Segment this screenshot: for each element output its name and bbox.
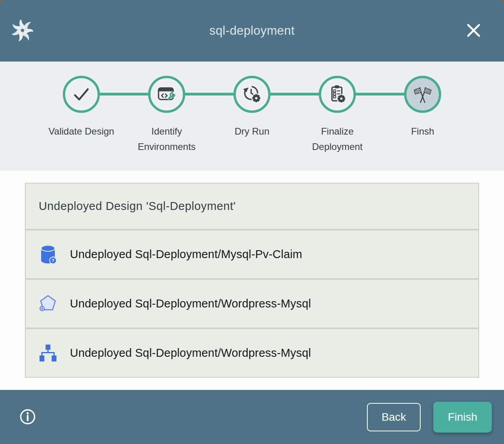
- wizard-content: Undeployed Design 'Sql-Deployment' ? Und…: [0, 171, 504, 390]
- status-text: Undeployed Design 'Sql-Deployment': [39, 200, 236, 213]
- check-icon: [71, 84, 91, 104]
- list-item: ? Undeployed Sql-Deployment/Mysql-Pv-Cla…: [26, 230, 478, 278]
- swirl-logo-icon: [12, 20, 33, 41]
- checkered-flags-icon: [412, 84, 433, 105]
- step-label: Finalize Deployment: [304, 124, 371, 155]
- info-button[interactable]: [19, 408, 36, 425]
- status-text: Undeployed Sql-Deployment/Wordpress-Mysq…: [70, 347, 311, 360]
- step-finish[interactable]: Finsh: [380, 76, 465, 155]
- finish-button[interactable]: Finish: [433, 402, 492, 433]
- dialog-header: sql-deployment: [0, 0, 504, 62]
- deployment-status-list: Undeployed Design 'Sql-Deployment' ? Und…: [25, 183, 479, 378]
- status-text: Undeployed Sql-Deployment/Wordpress-Mysq…: [70, 297, 311, 310]
- step-circle: [148, 76, 185, 113]
- step-circle: [404, 76, 441, 113]
- step-finalize-deployment[interactable]: Finalize Deployment: [295, 76, 380, 155]
- code-window-wrench-icon: [156, 84, 177, 105]
- dialog-title: sql-deployment: [209, 24, 295, 38]
- deployment-wizard-dialog: sql-deployment: [0, 0, 504, 444]
- step-dry-run[interactable]: Dry Run: [209, 76, 295, 155]
- list-item: Undeployed Design 'Sql-Deployment': [26, 184, 478, 229]
- topology-icon: [39, 343, 57, 363]
- step-circle: [233, 76, 271, 113]
- list-item: Undeployed Sql-Deployment/Wordpress-Mysq…: [26, 329, 478, 377]
- back-button[interactable]: Back: [367, 403, 421, 431]
- status-text: Undeployed Sql-Deployment/Mysql-Pv-Claim: [70, 248, 302, 261]
- step-identify-environments[interactable]: Identify Environments: [124, 76, 209, 155]
- history-gear-icon: [242, 84, 262, 105]
- step-validate-design[interactable]: Validate Design: [39, 76, 124, 155]
- clipboard-gear-icon: [327, 84, 348, 105]
- close-button[interactable]: [465, 22, 482, 39]
- step-label: Finsh: [389, 124, 456, 139]
- pod-icon: [39, 294, 57, 314]
- close-icon: [466, 22, 481, 38]
- list-item: Undeployed Sql-Deployment/Wordpress-Mysq…: [26, 280, 478, 328]
- step-label: Identify Environments: [133, 124, 200, 155]
- svg-text:?: ?: [52, 258, 55, 263]
- step-circle: [63, 76, 100, 113]
- step-label: Dry Run: [218, 124, 286, 139]
- dialog-footer: Back Finish: [0, 390, 504, 444]
- step-circle: [319, 76, 356, 113]
- database-icon: ?: [39, 244, 57, 265]
- info-icon: [19, 408, 36, 425]
- step-label: Validate Design: [48, 124, 115, 139]
- wizard-stepper: Validate Design: [0, 62, 504, 171]
